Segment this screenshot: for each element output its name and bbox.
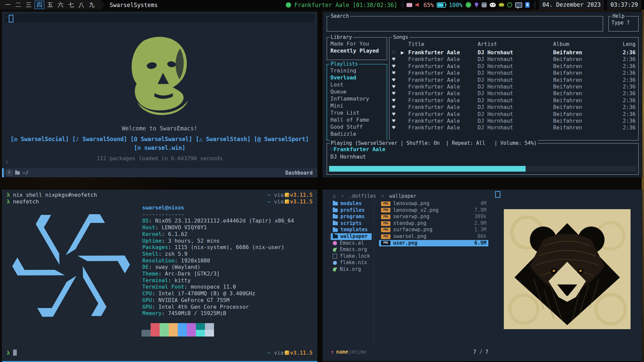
song-row[interactable]: ♥ Frankfurter Aale DJ Hornhaut Beifahren… (392, 83, 636, 90)
file-row[interactable]: Emacs.el (331, 240, 372, 247)
terminal-window[interactable]: λnix shell nixpkgs#neofetch ~ viav3.11.5… (2, 190, 317, 362)
file-row[interactable]: programs (331, 214, 372, 220)
playlist-item[interactable]: True List (330, 109, 387, 116)
dashboard-button[interactable]: [Ω SwarselSwarsel] (130, 136, 192, 142)
song-row[interactable]: ♥ Frankfurter Aale DJ Hornhaut Beifahren… (392, 56, 636, 63)
favorite-heart-icon[interactable]: ♥ (392, 70, 401, 76)
workspace-button[interactable]: 八 (77, 1, 86, 9)
display-icon[interactable] (515, 2, 522, 8)
file-row[interactable]: modules (331, 200, 372, 207)
playlist-item[interactable]: Inflammatory (330, 95, 387, 102)
library-item[interactable]: Recently Played (330, 47, 387, 54)
playlist-item[interactable]: Lost (330, 81, 387, 88)
favorite-heart-icon[interactable]: ♥ (392, 118, 401, 124)
home-icon[interactable]: ⌂ (333, 193, 336, 199)
favorite-heart-icon[interactable]: ♥ (392, 124, 401, 131)
battery-level: 100% (449, 2, 463, 8)
file-counter: 7 / 7 (473, 349, 488, 355)
playlist-item[interactable]: Overload (330, 74, 387, 81)
workspace-button[interactable]: 三 (24, 1, 33, 9)
song-row[interactable]: ♥ Frankfurter Aale DJ Hornhaut Beifahren… (392, 104, 636, 111)
file-row[interactable]: PNG lenovowp.png 4M (379, 200, 488, 207)
package-icon[interactable] (482, 2, 487, 7)
song-row[interactable]: ♥ Frankfurter Aale DJ Hornhaut Beifahren… (392, 70, 636, 76)
file-row[interactable]: PNG serverwp.png 389k (379, 214, 488, 220)
spotify-icon[interactable] (286, 2, 291, 8)
dashboard-button[interactable]: [@ SwarselSport] (254, 136, 309, 142)
sort-direction-icon[interactable]: ↑ (331, 349, 334, 355)
file-row[interactable]: PNG standwp.png 2.9M (379, 220, 488, 227)
file-row[interactable]: wallpaper (331, 233, 372, 240)
col-length[interactable]: Leng (615, 41, 636, 47)
dashboard-button[interactable]: [△ SwarselStash] (196, 136, 251, 142)
dashboard-button[interactable]: [♪ SwarselSound] (72, 136, 127, 142)
song-row[interactable]: ♥ Frankfurter Aale DJ Hornhaut Beifahren… (392, 111, 636, 118)
playlist-item[interactable]: Mini (330, 102, 387, 109)
workspace-button[interactable]: 五 (46, 1, 55, 9)
workspace-button[interactable]: 四 (35, 1, 44, 9)
favorite-heart-icon[interactable]: ♥ (392, 56, 401, 63)
progress-bar[interactable] (329, 166, 636, 172)
sort-alternative[interactable]: |mtime (348, 349, 366, 355)
workspace-button[interactable]: 二 (14, 1, 23, 9)
playlist-item[interactable]: Queue (330, 88, 387, 95)
library-item[interactable]: Made For You (330, 40, 387, 47)
file-row[interactable]: PNG user.png 6.9M (379, 240, 488, 247)
song-row[interactable]: ♥ Frankfurter Aale DJ Hornhaut Beifahren… (392, 124, 636, 131)
workspace-button[interactable]: 六 (56, 1, 65, 9)
gem-icon[interactable] (474, 2, 479, 8)
file-row[interactable]: profiles (331, 207, 372, 214)
swarsel-win-link[interactable]: [⚙ swarsel.win] (134, 144, 185, 151)
breadcrumb-leaf[interactable]: wallpaper (389, 193, 417, 199)
turtle-icon[interactable] (499, 3, 504, 7)
favorite-heart-icon[interactable]: ♥ (392, 90, 401, 97)
keyboard-layout-icon[interactable] (407, 3, 412, 7)
col-title[interactable]: Title (408, 41, 478, 47)
song-row[interactable]: ♥ Frankfurter Aale DJ Hornhaut Beifahren… (392, 97, 636, 104)
col-artist[interactable]: Artist (478, 41, 553, 47)
file-row[interactable]: PNG lenovowp_v2.png 7.9M (379, 207, 488, 214)
file-row[interactable]: flake.lock (331, 253, 372, 260)
emacs-minibuffer[interactable]: ⌐ (5, 14, 315, 22)
song-row[interactable]: ♥ Frankfurter Aale DJ Hornhaut Beifahren… (392, 118, 636, 124)
playlist-item[interactable]: Hall of Fame (330, 116, 387, 123)
file-row[interactable]: PNG swarsel.png 86k (379, 233, 488, 240)
breadcrumb-parent[interactable]: .dotfiles (349, 193, 376, 199)
file-row[interactable]: flake.nix (331, 259, 372, 266)
playlist-item[interactable]: Good Stuff (330, 123, 387, 130)
favorite-heart-icon[interactable]: ♡ (392, 49, 401, 56)
file-row[interactable]: scripts (331, 220, 372, 227)
now-playing-text[interactable]: Frankfurter Aale [01:38/02:36] (294, 2, 397, 8)
major-mode[interactable]: Dashboard (285, 170, 313, 176)
file-row[interactable]: Nix.org (331, 266, 372, 273)
check-icon[interactable]: ✓ (466, 2, 471, 8)
favorite-heart-icon[interactable]: ♡ (330, 146, 334, 153)
favorite-heart-icon[interactable]: ♥ (392, 63, 401, 70)
bluetooth-icon[interactable]: B (525, 2, 530, 8)
favorite-heart-icon[interactable]: ♥ (392, 104, 401, 111)
workspace-button[interactable]: 九 (87, 1, 96, 9)
file-row[interactable]: PNG surfacewp.png 1.3M (379, 227, 488, 233)
shell-prompt-line[interactable]: λ ~ viav3.11.5 (7, 350, 313, 356)
file-row[interactable]: templates (331, 227, 372, 233)
playlist-item[interactable]: Training (330, 67, 387, 74)
playlist-item[interactable]: Badizzle (330, 130, 387, 137)
search-box[interactable]: Search (327, 16, 603, 32)
sort-key[interactable]: name (336, 349, 348, 355)
song-row[interactable]: ♡ ▶ Frankfurter Aale DJ Hornhaut Beifahr… (392, 49, 636, 56)
song-row[interactable]: ♥ Frankfurter Aale DJ Hornhaut Beifahren… (392, 63, 636, 70)
workspace-button[interactable]: 一 (3, 1, 12, 9)
favorite-heart-icon[interactable]: ♥ (392, 77, 401, 83)
file-row[interactable]: Emacs.org (331, 246, 372, 253)
favorite-heart-icon[interactable]: ♥ (392, 97, 401, 104)
song-row[interactable]: ♥ Frankfurter Aale DJ Hornhaut Beifahren… (392, 90, 636, 97)
col-album[interactable]: Album (553, 41, 615, 47)
discord-icon[interactable] (490, 3, 496, 7)
workspace-button[interactable]: 七 (66, 1, 75, 9)
dashboard-button[interactable]: [◎ SwarselSocial] (10, 136, 69, 142)
volume-icon[interactable] (415, 3, 420, 7)
favorite-heart-icon[interactable]: ♥ (392, 111, 401, 118)
syncthing-icon[interactable] (507, 2, 512, 7)
favorite-heart-icon[interactable]: ♥ (392, 83, 401, 90)
song-row[interactable]: ♥ Frankfurter Aale DJ Hornhaut Beifahren… (392, 77, 636, 83)
